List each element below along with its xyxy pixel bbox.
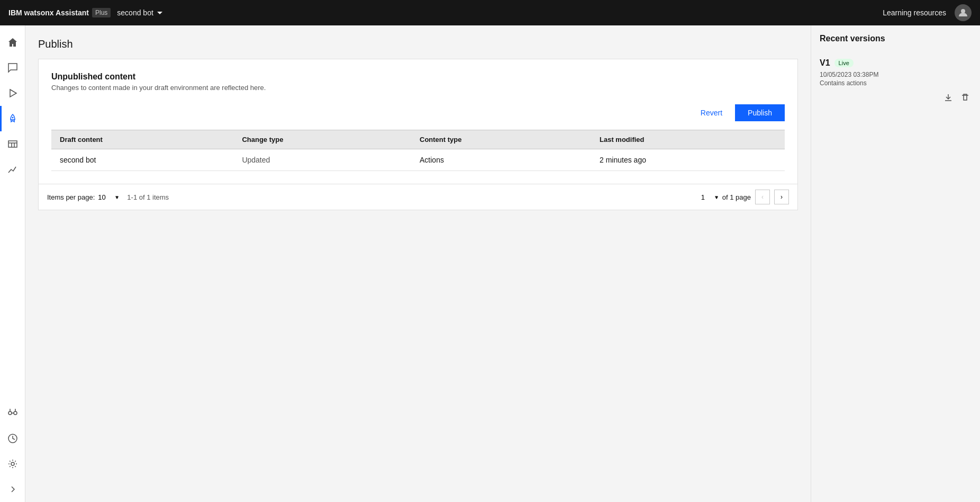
cell-draft-content: second bot: [51, 149, 233, 171]
chevron-right-icon: [8, 485, 17, 494]
main-content: Publish Unpublished content Changes to c…: [25, 25, 811, 502]
right-panel: Recent versions V1 Live 10/05/2023 03:38…: [811, 25, 980, 502]
items-count: 1-1 of 1 items: [127, 193, 169, 201]
rocket-icon: [7, 113, 18, 124]
nav-left: IBM watsonx Assistant Plus second bot: [8, 8, 164, 17]
next-page-button[interactable]: ›: [774, 190, 789, 204]
table-body: second bot Updated Actions 2 minutes ago: [51, 149, 785, 171]
download-icon: [944, 93, 952, 102]
svg-point-2: [12, 117, 13, 119]
sidebar-item-analytics[interactable]: [0, 157, 25, 182]
col-change-type: Change type: [233, 130, 411, 149]
brand: IBM watsonx Assistant Plus: [8, 8, 111, 17]
delete-icon: [961, 93, 969, 102]
nav-right: Learning resources: [883, 4, 972, 21]
svg-point-8: [14, 411, 17, 415]
home-icon: [7, 37, 18, 48]
page-input-wrap: 1 ▾: [701, 193, 718, 201]
preview-icon: [7, 88, 18, 98]
delete-version-button[interactable]: [959, 91, 972, 104]
sidebar-item-settings[interactable]: [0, 451, 25, 477]
top-navigation: IBM watsonx Assistant Plus second bot Le…: [0, 0, 980, 25]
sidebar-bottom: [0, 400, 25, 477]
svg-rect-3: [8, 141, 17, 147]
page-title: Publish: [38, 38, 798, 50]
col-content-type: Content type: [411, 130, 591, 149]
right-panel-title: Recent versions: [820, 34, 972, 43]
svg-marker-1: [10, 89, 16, 97]
table-row: second bot Updated Actions 2 minutes ago: [51, 149, 785, 171]
cell-last-modified: 2 minutes ago: [591, 149, 785, 171]
publish-button[interactable]: Publish: [735, 104, 785, 121]
col-draft-content: Draft content: [51, 130, 233, 149]
version-description: Contains actions: [820, 79, 972, 87]
pagination-bar: Items per page: 10 25 50 ▾ 1-1 of 1 item…: [38, 184, 798, 210]
card-title: Unpublished content: [51, 72, 785, 82]
analytics-icon: [7, 164, 18, 175]
sidebar-item-table[interactable]: [0, 131, 25, 157]
sidebar-item-integrations[interactable]: [0, 400, 25, 426]
version-header: V1 Live: [820, 58, 972, 68]
unpublished-content-card: Unpublished content Changes to content m…: [38, 59, 798, 184]
bot-name: second bot: [117, 8, 153, 17]
total-pages: of 1 page: [722, 193, 751, 201]
live-badge: Live: [834, 59, 854, 67]
card-actions: Revert Publish: [51, 104, 785, 121]
version-actions: [820, 91, 972, 104]
page-select-wrap[interactable]: 1 ▾: [701, 193, 718, 201]
svg-point-0: [961, 9, 965, 13]
version-item: V1 Live 10/05/2023 03:38PM Contains acti…: [820, 52, 972, 110]
sidebar-item-history[interactable]: [0, 426, 25, 451]
table-icon: [7, 139, 18, 149]
cell-change-type: Updated: [233, 149, 411, 171]
items-per-page-select-wrap[interactable]: 10 25 50 ▾: [98, 193, 119, 201]
version-label: V1: [820, 58, 830, 68]
plan-badge: Plus: [92, 8, 111, 17]
history-icon: [7, 433, 18, 444]
product-name: IBM watsonx Assistant: [8, 8, 89, 17]
page-select[interactable]: 1: [701, 193, 714, 201]
svg-point-7: [8, 411, 12, 415]
revert-button[interactable]: Revert: [692, 104, 731, 121]
table-header: Draft content Change type Content type L…: [51, 130, 785, 149]
table-header-row: Draft content Change type Content type L…: [51, 130, 785, 149]
prev-page-button[interactable]: ‹: [755, 190, 770, 204]
sidebar-expand-button[interactable]: [0, 477, 25, 502]
user-avatar[interactable]: [955, 4, 972, 21]
items-per-page-select[interactable]: 10 25 50: [98, 193, 114, 201]
sidebar: [0, 25, 25, 502]
sidebar-item-publish[interactable]: [0, 106, 25, 131]
sidebar-item-chat[interactable]: [0, 55, 25, 80]
draft-content-table: Draft content Change type Content type L…: [51, 130, 785, 171]
pagination-pages: 1 ▾ of 1 page ‹ ›: [701, 190, 789, 204]
download-version-button[interactable]: [942, 91, 955, 104]
cell-content-type: Actions: [411, 149, 591, 171]
user-icon: [958, 7, 968, 18]
sidebar-item-preview[interactable]: [0, 80, 25, 106]
items-per-page: Items per page: 10 25 50 ▾: [47, 193, 119, 201]
settings-icon: [7, 459, 18, 469]
sidebar-item-home[interactable]: [0, 30, 25, 55]
col-last-modified: Last modified: [591, 130, 785, 149]
app-layout: Publish Unpublished content Changes to c…: [0, 0, 980, 502]
chat-icon: [7, 62, 18, 73]
version-date: 10/05/2023 03:38PM: [820, 71, 972, 78]
chevron-down-icon: [156, 8, 164, 17]
items-per-page-label: Items per page:: [47, 193, 95, 201]
svg-point-13: [11, 462, 14, 465]
integrations-icon: [7, 408, 18, 418]
card-header: Unpublished content Changes to content m…: [51, 72, 785, 92]
versions-list: V1 Live 10/05/2023 03:38PM Contains acti…: [820, 52, 972, 110]
card-subtitle: Changes to content made in your draft en…: [51, 84, 785, 92]
bot-selector[interactable]: second bot: [117, 8, 164, 17]
learning-resources-link[interactable]: Learning resources: [883, 8, 946, 17]
